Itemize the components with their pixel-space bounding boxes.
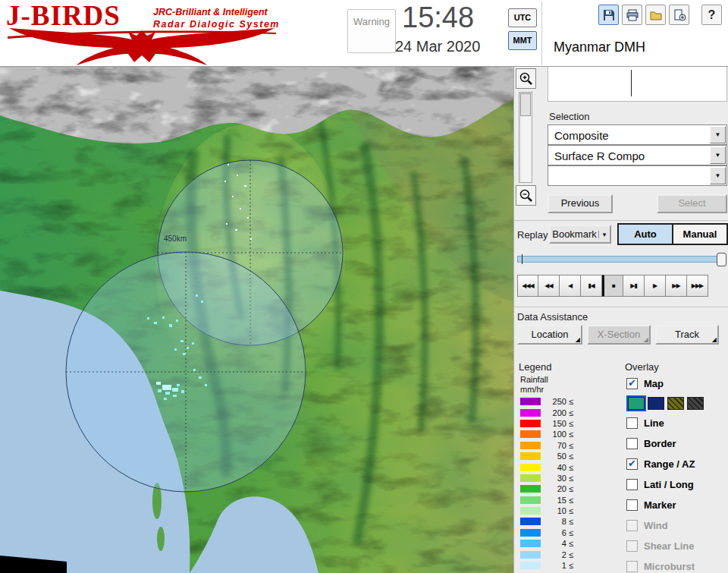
replay-time-slider[interactable] bbox=[517, 253, 726, 266]
help-button[interactable]: ? bbox=[701, 5, 722, 25]
chevron-down-icon[interactable] bbox=[710, 167, 726, 184]
product-dropdown-3[interactable] bbox=[548, 165, 727, 186]
legend-color-swatch bbox=[520, 442, 541, 449]
previous-button[interactable]: Previous bbox=[548, 194, 613, 213]
legend-value: 2 ≤ bbox=[544, 550, 573, 559]
playback-play-button[interactable]: ▶ bbox=[645, 275, 666, 297]
legend-value: 8 ≤ bbox=[544, 517, 573, 526]
overlay-option-label: Range / AZ bbox=[644, 458, 695, 470]
zoom-in-button[interactable] bbox=[516, 68, 536, 89]
checkbox[interactable] bbox=[626, 561, 638, 572]
legend-value: 100 ≤ bbox=[544, 430, 573, 439]
legend-value: 1 ≤ bbox=[544, 561, 573, 570]
export-button[interactable] bbox=[669, 5, 689, 25]
product-dropdown-2[interactable]: Surface R Compo bbox=[548, 145, 727, 165]
radar-map[interactable]: 450km bbox=[0, 67, 513, 573]
playback-fast-forward-button[interactable]: ▶▶ bbox=[666, 275, 687, 297]
track-label: Track bbox=[675, 329, 699, 340]
logo-tagline-1: JRC-Brilliant & Intelligent bbox=[153, 7, 268, 17]
legend-color-swatch bbox=[520, 540, 541, 547]
print-button[interactable] bbox=[622, 5, 642, 25]
checkbox[interactable] bbox=[626, 458, 638, 470]
chevron-down-icon[interactable] bbox=[710, 146, 726, 164]
section-divider bbox=[514, 220, 728, 221]
legend-value: 200 ≤ bbox=[544, 408, 573, 417]
slider-handle[interactable] bbox=[717, 253, 726, 266]
warning-label: Warning bbox=[353, 16, 390, 27]
legend-row: 150 ≤ bbox=[520, 418, 573, 429]
timezone-mmt-button[interactable]: MMT bbox=[508, 31, 537, 50]
location-label: Location bbox=[531, 329, 568, 340]
legend-value: 4 ≤ bbox=[544, 539, 573, 548]
slider-track[interactable] bbox=[517, 256, 726, 263]
overlay-option-label: Marker bbox=[644, 499, 676, 511]
map-style-swatch-3[interactable] bbox=[667, 397, 684, 410]
location-button[interactable]: Location ◢ bbox=[517, 325, 582, 345]
checkbox[interactable] bbox=[626, 438, 638, 449]
zoom-scrollbar[interactable] bbox=[519, 92, 532, 183]
jbirds-logo: J-BIRDS JRC-Brilliant & Intelligent Rada… bbox=[6, 2, 283, 65]
corner-resize-icon: ◢ bbox=[644, 337, 648, 343]
overlay-option-microburst[interactable]: Microburst bbox=[626, 556, 726, 573]
toolbar: ? bbox=[598, 5, 722, 25]
playback-rewind-button[interactable]: ◀◀ bbox=[538, 275, 560, 297]
legend-section-label: Legend bbox=[519, 361, 551, 373]
legend-row: 200 ≤ bbox=[520, 407, 573, 417]
playback-fast-rewind-full-button[interactable]: ◀◀◀ bbox=[517, 275, 538, 297]
corner-resize-icon: ◢ bbox=[712, 337, 717, 343]
overlay-option-line[interactable]: Line bbox=[626, 413, 726, 433]
chevron-down-icon[interactable]: ▾ bbox=[598, 231, 610, 238]
zoom-scrollbar-thumb[interactable] bbox=[520, 93, 531, 116]
playback-fast-forward-full-button[interactable]: ▶▶▶ bbox=[687, 275, 708, 297]
map-style-swatch-4[interactable] bbox=[687, 397, 704, 410]
overlay-option-wind[interactable]: Wind bbox=[626, 515, 726, 536]
station-list-box[interactable] bbox=[548, 67, 727, 102]
overlay-option-map[interactable]: Map bbox=[626, 373, 726, 394]
chevron-down-icon[interactable] bbox=[710, 126, 726, 143]
map-style-swatch-1[interactable] bbox=[628, 397, 645, 410]
overlay-option-marker[interactable]: Marker bbox=[626, 495, 726, 515]
overlay-option-border[interactable]: Border bbox=[626, 433, 726, 454]
checkbox[interactable] bbox=[626, 540, 638, 552]
timezone-utc-button[interactable]: UTC bbox=[508, 8, 537, 27]
playback-controls: ◀◀◀ ◀◀ ◀ ▮◀ ■ ▶▮ ▶ ▶▶ ▶▶▶ bbox=[517, 275, 708, 297]
legend-color-swatch bbox=[520, 409, 541, 417]
data-assistance-label: Data Assistance bbox=[517, 311, 588, 323]
auto-mode-button[interactable]: Auto bbox=[619, 225, 672, 244]
bookmark-button[interactable]: Bookmark ▾ bbox=[549, 225, 611, 244]
playback-step-forward-button[interactable]: ▶▮ bbox=[623, 275, 645, 297]
overlay-option-label: Shear Line bbox=[644, 540, 694, 552]
checkbox[interactable] bbox=[626, 378, 638, 389]
checkbox[interactable] bbox=[626, 417, 638, 429]
zoom-out-button[interactable] bbox=[516, 185, 536, 206]
overlay-option-label: Wind bbox=[644, 520, 668, 531]
select-button[interactable]: Select bbox=[657, 194, 727, 213]
legend-value: 150 ≤ bbox=[544, 419, 573, 428]
overlay-option-label: Lati / Long bbox=[644, 479, 694, 490]
warning-button[interactable]: Warning bbox=[347, 9, 396, 53]
overlay-option-shear-line[interactable]: Shear Line bbox=[626, 536, 726, 556]
playback-play-reverse-button[interactable]: ◀ bbox=[560, 275, 581, 297]
checkbox[interactable] bbox=[626, 479, 638, 490]
jbirds-app: J-BIRDS JRC-Brilliant & Intelligent Rada… bbox=[0, 0, 728, 573]
x-section-button[interactable]: X-Section ◢ bbox=[587, 325, 651, 345]
legend-unit-label: mm/hr bbox=[520, 385, 544, 394]
legend-row: 8 ≤ bbox=[520, 516, 573, 527]
legend-value: 40 ≤ bbox=[544, 463, 573, 472]
playback-stop-button[interactable]: ■ bbox=[602, 275, 623, 297]
dropdown-value: Surface R Compo bbox=[554, 150, 645, 162]
track-button[interactable]: Track ◢ bbox=[655, 325, 719, 345]
open-folder-button[interactable] bbox=[645, 5, 666, 25]
legend-quantity-label: Rainfall bbox=[520, 375, 548, 384]
checkbox[interactable] bbox=[626, 520, 638, 531]
product-dropdown-1[interactable]: Composite bbox=[548, 124, 727, 145]
overlay-option-lati-long[interactable]: Lati / Long bbox=[626, 474, 726, 495]
overlay-option-range-az[interactable]: Range / AZ bbox=[626, 454, 726, 474]
section-divider bbox=[514, 307, 728, 307]
organization-name: Myanmar DMH bbox=[554, 39, 645, 55]
save-button[interactable] bbox=[598, 5, 619, 25]
playback-step-back-button[interactable]: ▮◀ bbox=[581, 275, 602, 297]
manual-mode-button[interactable]: Manual bbox=[672, 225, 726, 244]
checkbox[interactable] bbox=[626, 499, 638, 511]
map-style-swatch-2[interactable] bbox=[648, 397, 664, 410]
